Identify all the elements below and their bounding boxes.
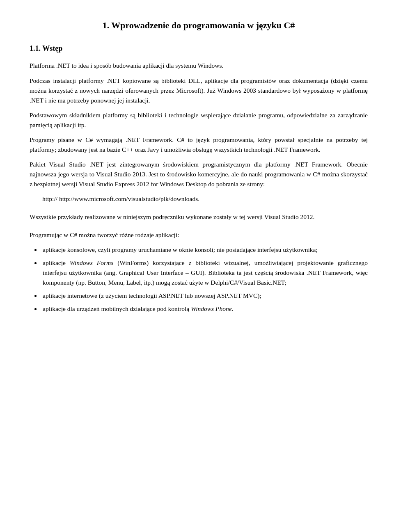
url-text: http:// http://www.microsoft.com/visuals… [42, 194, 368, 204]
winforms-italic: Windows Forms [70, 259, 113, 266]
chapter-title: 1. Wprowadzenie do programowania w język… [30, 20, 368, 32]
application-types-list: aplikacje konsolowe, czyli programy uruc… [41, 245, 368, 314]
paragraph-3: Podstawowym składnikiem platformy są bib… [30, 110, 368, 130]
list-item-winforms-pre: aplikacje [43, 259, 70, 266]
paragraph-4: Programy pisane w C# wymagają .NET Frame… [30, 135, 368, 155]
paragraph-5: Pakiet Visual Studio .NET jest zintegrow… [30, 160, 368, 189]
list-item-console: aplikacje konsolowe, czyli programy uruc… [41, 245, 368, 255]
list-item-web-text: aplikacje internetowe (z użyciem technol… [43, 292, 261, 299]
list-item-console-text: aplikacje konsolowe, czyli programy uruc… [43, 246, 318, 253]
list-item-winforms: aplikacje Windows Forms (WinForms) korzy… [41, 258, 368, 288]
paragraph-2: Podczas instalacji platformy .NET kopiow… [30, 76, 368, 105]
list-item-mobile-post: . [232, 305, 234, 312]
paragraph-6: Wszystkie przykłady realizowane w niniej… [30, 212, 368, 222]
paragraph-7: Programując w C# można tworzyć różne rod… [30, 230, 368, 240]
windows-phone-italic: Windows Phone [191, 305, 231, 312]
list-item-mobile-pre: aplikacje dla urządzeń mobilnych działaj… [43, 305, 191, 312]
list-item-web: aplikacje internetowe (z użyciem technol… [41, 291, 368, 301]
paragraph-1: Platforma .NET to idea i sposób budowani… [30, 61, 368, 71]
list-item-mobile: aplikacje dla urządzeń mobilnych działaj… [41, 304, 368, 314]
section-title: 1.1. Wstęp [30, 43, 368, 55]
